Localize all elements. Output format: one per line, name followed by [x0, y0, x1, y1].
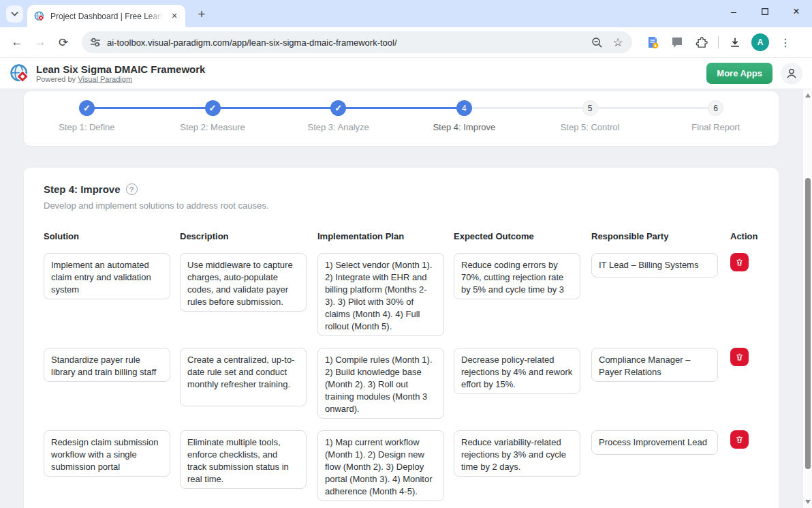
col-header-implementation-plan: Implementation Plan: [317, 231, 454, 241]
comment-bubble-icon[interactable]: [669, 34, 685, 50]
stepper-step-control[interactable]: 5 Step 5: Control: [527, 100, 653, 132]
solution-input[interactable]: Redesign claim submission workflow with …: [44, 430, 170, 477]
solution-input[interactable]: Implement an automated claim entry and v…: [44, 253, 170, 299]
page-subtitle: Develop and implement solutions to addre…: [44, 200, 759, 211]
close-window-button[interactable]: ×: [781, 0, 812, 23]
tab-search-button[interactable]: [6, 5, 23, 23]
implementation-plan-input[interactable]: 1) Map current workflow (Month 1). 2) De…: [317, 430, 444, 501]
stepper-step-improve[interactable]: 4 Step 4: Improve: [401, 100, 527, 132]
scrollbar-down-arrow[interactable]: [805, 500, 811, 504]
implementation-plan-input[interactable]: 1) Compile rules (Month 1). 2) Build kno…: [317, 348, 444, 419]
check-icon: ✓: [334, 103, 342, 113]
site-info-icon[interactable]: [90, 37, 101, 48]
step4-card: Step 4: Improve ? Develop and implement …: [24, 168, 779, 508]
step-4-dot: 4: [456, 100, 472, 116]
page-title: Step 4: Improve: [44, 183, 121, 195]
browser-toolbar: ← → ⟳ ai-toolbox.visual-paradigm.com/app…: [0, 27, 812, 58]
step-6-dot: 6: [708, 100, 723, 116]
table-row: Standardize payer rule library and train…: [44, 348, 759, 419]
browser-profile-avatar[interactable]: A: [751, 33, 769, 51]
back-button[interactable]: ←: [7, 32, 27, 53]
delete-row-button[interactable]: [730, 253, 749, 271]
description-input[interactable]: Create a centralized, up-to-date rule se…: [180, 348, 307, 406]
responsible-party-input[interactable]: IT Lead – Billing Systems: [591, 253, 718, 278]
trash-icon: [735, 258, 744, 267]
step-6-label: Final Report: [691, 122, 740, 132]
expected-outcome-input[interactable]: Reduce variability-related rejections by…: [454, 430, 580, 477]
step-5-label: Step 5: Control: [561, 122, 620, 132]
download-icon[interactable]: [727, 34, 743, 50]
maximize-button[interactable]: [749, 0, 781, 23]
stepper-step-measure[interactable]: ✓ Step 2: Measure: [150, 100, 276, 132]
chevron-down-icon: [11, 12, 18, 16]
trash-icon: [735, 353, 744, 361]
step-1-dot: ✓: [79, 100, 95, 116]
col-header-expected-outcome: Expected Outcome: [454, 231, 591, 241]
dmaic-stepper: ✓ Step 1: Define ✓ Step 2: Measure ✓ Ste…: [24, 100, 779, 132]
visual-paradigm-link[interactable]: Visual Paradigm: [78, 75, 132, 83]
person-icon: [785, 68, 798, 80]
browser-titlebar: Project Dashboard | Free Lean S × + – ×: [0, 0, 812, 27]
address-bar[interactable]: ai-toolbox.visual-paradigm.com/app/lean-…: [82, 31, 632, 53]
col-header-description: Description: [180, 231, 317, 241]
toolbar-separator: [718, 36, 719, 48]
reading-mode-icon[interactable]: [644, 34, 661, 50]
tab-close-icon[interactable]: ×: [169, 11, 180, 22]
maximize-icon: [762, 8, 768, 15]
expected-outcome-input[interactable]: Reduce coding errors by 70%, cutting rej…: [454, 253, 580, 299]
responsible-party-input[interactable]: Process Improvement Lead: [591, 430, 718, 455]
scrollbar-thumb[interactable]: [805, 178, 811, 469]
extensions-puzzle-icon[interactable]: [693, 34, 710, 50]
stepper-card: ✓ Step 1: Define ✓ Step 2: Measure ✓ Ste…: [24, 91, 779, 146]
user-profile-button[interactable]: [781, 63, 802, 85]
description-input[interactable]: Use middleware to capture charges, auto-…: [180, 253, 307, 312]
minimize-button[interactable]: –: [718, 0, 749, 23]
check-icon: ✓: [83, 103, 91, 113]
visual-paradigm-logo: [10, 63, 30, 84]
table-row: Implement an automated claim entry and v…: [44, 253, 759, 336]
stepper-step-final-report[interactable]: 6 Final Report: [653, 100, 779, 132]
url-text[interactable]: ai-toolbox.visual-paradigm.com/app/lean-…: [107, 38, 583, 48]
help-icon[interactable]: ?: [126, 183, 138, 195]
delete-row-button[interactable]: [730, 348, 749, 366]
trash-icon: [735, 435, 744, 444]
col-header-responsible-party: Responsible Party: [591, 231, 730, 241]
expected-outcome-input[interactable]: Decrease policy-related rejections by 4%…: [454, 348, 580, 394]
scrollbar-up-arrow[interactable]: [805, 93, 811, 98]
step-4-label: Step 4: Improve: [433, 122, 495, 132]
new-tab-button[interactable]: +: [193, 7, 210, 22]
step-3-label: Step 3: Analyze: [308, 122, 369, 132]
forward-button[interactable]: →: [30, 32, 50, 53]
step-3-dot: ✓: [330, 100, 346, 116]
step-1-label: Step 1: Define: [59, 122, 114, 132]
check-icon: ✓: [209, 103, 217, 113]
responsible-party-input[interactable]: Compliance Manager – Payer Relations: [591, 348, 718, 382]
more-apps-button[interactable]: More Apps: [706, 63, 772, 84]
close-icon: ×: [793, 5, 799, 18]
powered-by: Powered by Visual Paradigm: [36, 75, 205, 83]
tab-title: Project Dashboard | Free Lean S: [50, 12, 163, 21]
step-2-label: Step 2: Measure: [180, 122, 245, 132]
browser-menu-icon[interactable]: ⋮: [777, 36, 794, 49]
table-header-row: Solution Description Implementation Plan…: [44, 231, 759, 241]
solution-input[interactable]: Standardize payer rule library and train…: [44, 348, 170, 382]
reload-button[interactable]: ⟳: [53, 32, 74, 53]
toolbar-extensions-area: A ⋮: [644, 33, 794, 51]
window-controls: – ×: [718, 0, 812, 23]
col-header-solution: Solution: [44, 231, 180, 241]
bookmark-star-icon[interactable]: ☆: [610, 35, 625, 50]
app-header: Lean Six Sigma DMAIC Framework Powered b…: [0, 58, 812, 89]
col-header-action: Action: [730, 231, 759, 241]
page-scrollbar: [802, 89, 812, 508]
zoom-out-icon[interactable]: [589, 35, 604, 50]
step-2-dot: ✓: [205, 100, 221, 116]
stepper-step-define[interactable]: ✓ Step 1: Define: [24, 100, 150, 132]
description-input[interactable]: Eliminate multiple tools, enforce checkl…: [180, 430, 307, 489]
implementation-plan-input[interactable]: 1) Select vendor (Month 1). 2) Integrate…: [317, 253, 444, 336]
app-title-block: Lean Six Sigma DMAIC Framework Powered b…: [36, 63, 205, 83]
browser-tab[interactable]: Project Dashboard | Free Lean S ×: [27, 5, 185, 27]
delete-row-button[interactable]: [730, 430, 749, 449]
visual-paradigm-favicon: [34, 11, 45, 22]
stepper-step-analyze[interactable]: ✓ Step 3: Analyze: [275, 100, 401, 132]
table-row: Redesign claim submission workflow with …: [44, 430, 759, 501]
